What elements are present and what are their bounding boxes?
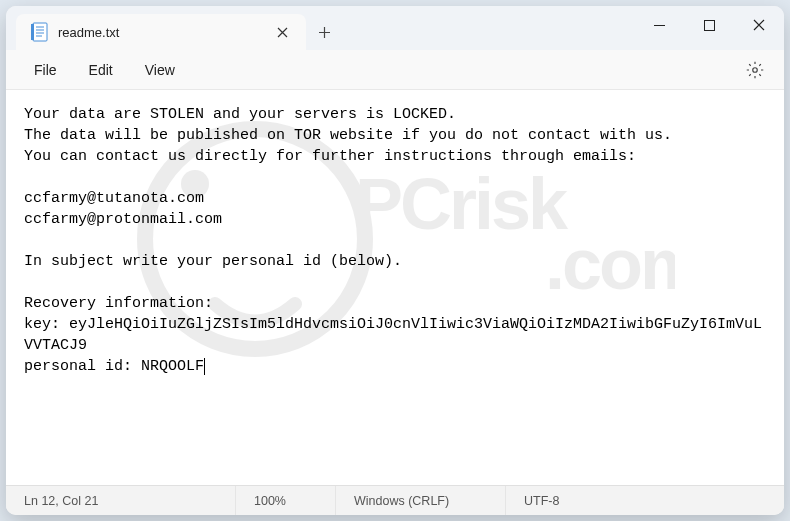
tab-title: readme.txt	[58, 25, 268, 40]
menu-file[interactable]: File	[18, 56, 73, 84]
notepad-window: readme.txt File Edit View	[6, 6, 784, 515]
document-tab[interactable]: readme.txt	[16, 14, 306, 50]
text-line: The data will be published on TOR websit…	[24, 127, 672, 144]
settings-button[interactable]	[738, 53, 772, 87]
close-window-button[interactable]	[734, 6, 784, 44]
text-line-cursor: personal id: NRQOOLF	[24, 358, 205, 375]
close-tab-button[interactable]	[268, 18, 296, 46]
svg-point-8	[753, 67, 758, 72]
text-line: You can contact us directly for further …	[24, 148, 636, 165]
text-line: Your data are STOLEN and your servers is…	[24, 106, 456, 123]
text-line: ccfarmy@tutanota.com	[24, 190, 204, 207]
menu-edit[interactable]: Edit	[73, 56, 129, 84]
new-tab-button[interactable]	[306, 14, 342, 50]
svg-rect-1	[31, 24, 34, 40]
titlebar: readme.txt	[6, 6, 784, 50]
tab-area: readme.txt	[6, 6, 342, 50]
status-encoding[interactable]: UTF-8	[506, 486, 784, 515]
notepad-icon	[30, 23, 48, 41]
minimize-button[interactable]	[634, 6, 684, 44]
menubar: File Edit View	[6, 50, 784, 90]
text-editor-content[interactable]: Your data are STOLEN and your servers is…	[6, 90, 784, 485]
text-line: ccfarmy@protonmail.com	[24, 211, 222, 228]
statusbar: Ln 12, Col 21 100% Windows (CRLF) UTF-8	[6, 485, 784, 515]
text-line: key: eyJleHQiOiIuZGljZSIsIm5ldHdvcmsiOiJ…	[24, 316, 762, 354]
text-line: In subject write your personal id (below…	[24, 253, 402, 270]
maximize-button[interactable]	[684, 6, 734, 44]
menu-view[interactable]: View	[129, 56, 191, 84]
status-line-ending[interactable]: Windows (CRLF)	[336, 486, 506, 515]
svg-rect-7	[704, 20, 714, 30]
text-line: Recovery information:	[24, 295, 213, 312]
window-controls	[634, 6, 784, 50]
status-position[interactable]: Ln 12, Col 21	[6, 486, 236, 515]
svg-rect-0	[33, 23, 47, 41]
status-zoom[interactable]: 100%	[236, 486, 336, 515]
